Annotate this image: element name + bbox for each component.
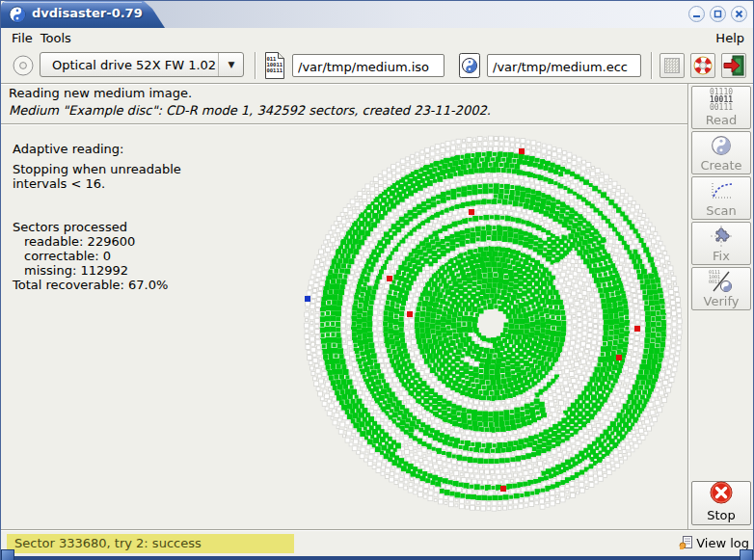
ecc-file-icon <box>457 52 482 79</box>
iso-file-input[interactable] <box>292 54 444 77</box>
svg-text:00111: 00111 <box>267 67 283 73</box>
resize-grip-right[interactable] <box>740 549 753 560</box>
drive-selector-value: Optical drive 52X FW 1.02 <box>40 58 218 72</box>
stop-condition-line1: Stopping when unreadable <box>13 162 181 176</box>
app-window: dvdisaster-0.79 File Tools Help Optical … <box>0 0 754 560</box>
dropdown-arrow-icon: ▼ <box>220 60 243 69</box>
window-title: dvdisaster-0.79 <box>32 1 143 26</box>
app-logo-icon <box>9 6 26 23</box>
stop-button[interactable]: Stop <box>691 481 751 525</box>
menu-file[interactable]: File <box>12 28 33 49</box>
reading-mode-label: Adaptive reading: <box>13 142 123 156</box>
read-button[interactable]: 011101001100111 Read <box>691 86 751 129</box>
status-message: Sector 333680, try 2: success <box>7 534 294 553</box>
cd-drive-icon <box>11 54 38 77</box>
create-button[interactable]: Create <box>691 131 751 174</box>
help-button[interactable] <box>690 53 715 78</box>
toolbar-separator <box>255 52 256 79</box>
stop-condition-line2: intervals < 16. <box>13 176 105 191</box>
window-bottom-frame <box>1 556 754 560</box>
menu-help[interactable]: Help <box>715 28 744 49</box>
close-button[interactable] <box>731 6 747 22</box>
lifesaver-icon <box>692 55 714 76</box>
stop-icon <box>709 480 734 508</box>
scan-icon <box>709 177 734 203</box>
verify-button[interactable]: 011110010011 Verify <box>691 267 751 310</box>
menu-tools[interactable]: Tools <box>40 28 71 49</box>
sectors-heading: Sectors processed <box>13 220 127 234</box>
iso-file-icon: 011 10011 00111 <box>263 51 286 80</box>
toolbar: Optical drive 52X FW 1.02 ▼ 011 10011 00… <box>1 49 754 83</box>
menubar: File Tools Help <box>2 28 754 49</box>
scan-button[interactable]: Scan <box>691 176 751 220</box>
medium-info-line: Medium "Example disc": CD-R mode 1, 3425… <box>9 103 491 118</box>
total-recoverable: Total recoverable: 67.0% <box>13 278 168 292</box>
sectors-correctable: correctable: 0 <box>24 249 111 263</box>
minimize-button[interactable] <box>688 6 705 22</box>
quit-door-icon <box>722 54 745 77</box>
separator <box>1 83 754 85</box>
create-icon <box>711 132 732 158</box>
ecc-file-input[interactable] <box>487 54 641 77</box>
fix-icon <box>710 223 733 249</box>
statusbar: Sector 333680, try 2: success View log <box>1 530 754 556</box>
resize-grip-left[interactable] <box>1 549 14 560</box>
view-log-button[interactable]: View log <box>679 535 749 550</box>
verify-icon: 011110010011 <box>709 268 734 294</box>
toolbar-separator-2 <box>651 52 653 79</box>
drive-selector[interactable]: Optical drive 52X FW 1.02 ▼ <box>40 52 244 77</box>
view-log-icon <box>679 535 694 550</box>
quit-button[interactable] <box>721 53 746 78</box>
fix-button[interactable]: Fix <box>691 222 751 265</box>
raw-sector-button[interactable] <box>660 53 685 78</box>
titlebar[interactable]: dvdisaster-0.79 <box>1 1 753 28</box>
headline: Reading new medium image. Medium "Exampl… <box>9 86 491 118</box>
sectors-readable: readable: 229600 <box>24 234 135 249</box>
maximize-button[interactable] <box>710 6 726 22</box>
status-line: Reading new medium image. <box>9 86 491 100</box>
sectors-missing: missing: 112992 <box>24 263 128 278</box>
disc-spiral <box>281 124 695 529</box>
